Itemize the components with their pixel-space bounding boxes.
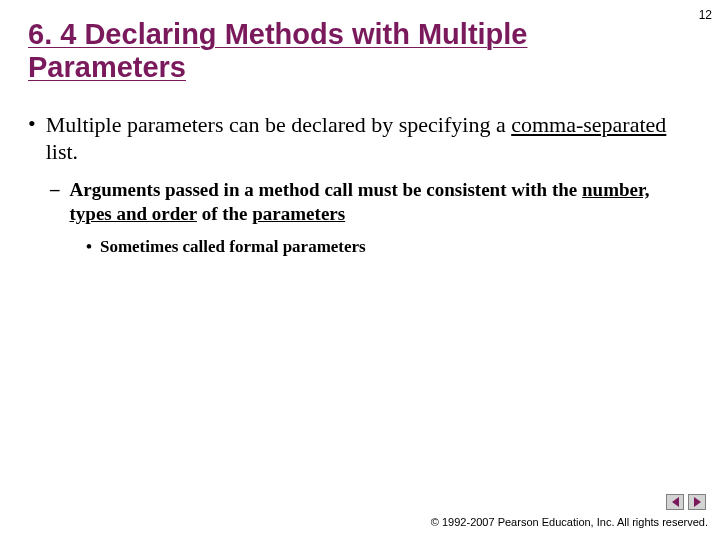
l1-underline: comma-separated	[511, 112, 666, 137]
bullet-level2: – Arguments passed in a method call must…	[50, 178, 670, 227]
triangle-right-icon	[694, 497, 701, 507]
bullet-dot-icon: •	[28, 111, 36, 137]
bullet-l2-text: Arguments passed in a method call must b…	[70, 178, 671, 227]
next-button[interactable]	[688, 494, 706, 510]
l2-d: parameters	[252, 203, 345, 224]
l2-a: Arguments passed in a method call must b…	[70, 179, 583, 200]
bullet-level1: • Multiple parameters can be declared by…	[28, 111, 670, 166]
l1-post: list.	[46, 139, 78, 164]
bullet-level3: • Sometimes called formal parameters	[86, 237, 670, 257]
l1-pre: Multiple parameters can be declared by s…	[46, 112, 511, 137]
content-area: • Multiple parameters can be declared by…	[28, 111, 670, 257]
prev-button[interactable]	[666, 494, 684, 510]
page-number: 12	[699, 8, 712, 22]
nav-buttons	[666, 494, 706, 510]
bullet-l1-text: Multiple parameters can be declared by s…	[46, 111, 670, 166]
triangle-left-icon	[672, 497, 679, 507]
l2-c: of the	[197, 203, 252, 224]
bullet-l3-text: Sometimes called formal parameters	[100, 237, 366, 257]
dash-icon: –	[50, 178, 60, 200]
bullet-dot-small-icon: •	[86, 237, 92, 257]
slide-title: 6. 4 Declaring Methods with Multiple Par…	[28, 18, 640, 85]
footer-copyright: © 1992-2007 Pearson Education, Inc. All …	[431, 516, 708, 528]
